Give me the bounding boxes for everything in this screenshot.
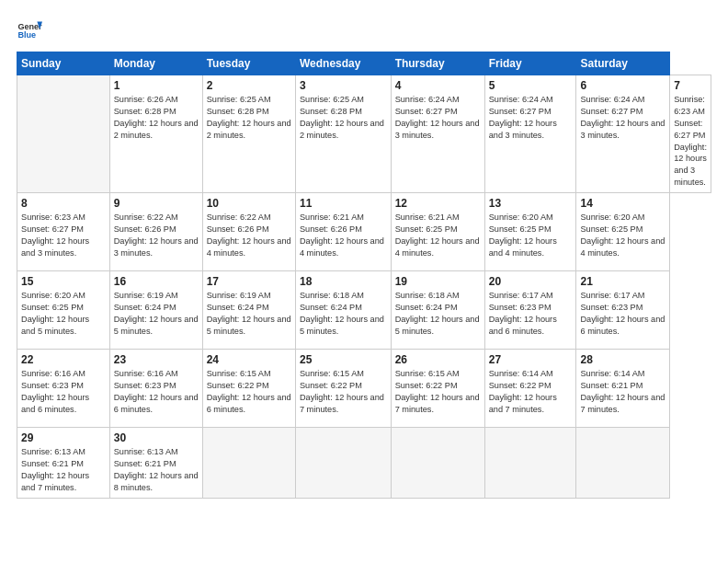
day-info: Sunrise: 6:19 AM Sunset: 6:24 PM Dayligh… [207, 290, 291, 338]
calendar-header-thursday: Thursday [391, 52, 484, 75]
calendar-cell: 25 Sunrise: 6:15 AM Sunset: 6:22 PM Dayl… [295, 350, 391, 428]
day-number: 17 [207, 275, 291, 288]
day-info: Sunrise: 6:18 AM Sunset: 6:24 PM Dayligh… [395, 290, 481, 338]
day-number: 23 [114, 353, 199, 366]
calendar-cell: 6 Sunrise: 6:24 AM Sunset: 6:27 PM Dayli… [576, 75, 670, 193]
calendar-table: SundayMondayTuesdayWednesdayThursdayFrid… [17, 52, 711, 499]
calendar-cell: 5 Sunrise: 6:24 AM Sunset: 6:27 PM Dayli… [484, 75, 576, 193]
day-number: 25 [300, 353, 387, 366]
day-number: 15 [21, 275, 106, 288]
calendar-week-row: 1 Sunrise: 6:26 AM Sunset: 6:28 PM Dayli… [17, 75, 711, 193]
calendar-cell: 26 Sunrise: 6:15 AM Sunset: 6:22 PM Dayl… [391, 350, 484, 428]
svg-text:Blue: Blue [17, 30, 36, 40]
day-info: Sunrise: 6:24 AM Sunset: 6:27 PM Dayligh… [395, 94, 481, 142]
day-info: Sunrise: 6:21 AM Sunset: 6:25 PM Dayligh… [395, 212, 481, 259]
day-number: 3 [300, 79, 387, 92]
calendar-header-monday: Monday [109, 52, 202, 75]
calendar-cell: 18 Sunrise: 6:18 AM Sunset: 6:24 PM Dayl… [295, 271, 391, 350]
day-number: 1 [114, 79, 199, 92]
day-info: Sunrise: 6:14 AM Sunset: 6:22 PM Dayligh… [489, 368, 573, 416]
day-info: Sunrise: 6:13 AM Sunset: 6:21 PM Dayligh… [21, 446, 106, 494]
day-number: 27 [489, 353, 573, 366]
day-info: Sunrise: 6:20 AM Sunset: 6:25 PM Dayligh… [489, 212, 573, 259]
day-info: Sunrise: 6:22 AM Sunset: 6:26 PM Dayligh… [207, 212, 291, 259]
day-number: 18 [300, 275, 387, 288]
calendar-cell: 21 Sunrise: 6:17 AM Sunset: 6:23 PM Dayl… [576, 271, 670, 350]
calendar-cell: 10 Sunrise: 6:22 AM Sunset: 6:26 PM Dayl… [202, 193, 295, 271]
logo-icon: General Blue [17, 17, 42, 42]
calendar-cell: 24 Sunrise: 6:15 AM Sunset: 6:22 PM Dayl… [202, 350, 295, 428]
calendar-cell [484, 428, 576, 499]
day-info: Sunrise: 6:14 AM Sunset: 6:21 PM Dayligh… [580, 368, 665, 416]
calendar-cell: 30 Sunrise: 6:13 AM Sunset: 6:21 PM Dayl… [109, 428, 202, 499]
calendar-cell: 1 Sunrise: 6:26 AM Sunset: 6:28 PM Dayli… [109, 75, 202, 193]
day-info: Sunrise: 6:19 AM Sunset: 6:24 PM Dayligh… [114, 290, 199, 338]
calendar-cell: 14 Sunrise: 6:20 AM Sunset: 6:25 PM Dayl… [576, 193, 670, 271]
day-number: 7 [674, 79, 707, 92]
calendar-cell: 19 Sunrise: 6:18 AM Sunset: 6:24 PM Dayl… [391, 271, 484, 350]
calendar-cell [295, 428, 391, 499]
day-number: 9 [114, 197, 199, 210]
day-number: 14 [580, 197, 665, 210]
calendar-week-row: 15 Sunrise: 6:20 AM Sunset: 6:25 PM Dayl… [17, 271, 711, 350]
day-number: 28 [580, 353, 665, 366]
day-info: Sunrise: 6:25 AM Sunset: 6:28 PM Dayligh… [207, 94, 291, 142]
day-number: 12 [395, 197, 481, 210]
calendar-header-friday: Friday [484, 52, 576, 75]
calendar-cell [391, 428, 484, 499]
day-info: Sunrise: 6:23 AM Sunset: 6:27 PM Dayligh… [674, 94, 707, 189]
day-info: Sunrise: 6:15 AM Sunset: 6:22 PM Dayligh… [300, 368, 387, 416]
calendar-cell: 16 Sunrise: 6:19 AM Sunset: 6:24 PM Dayl… [109, 271, 202, 350]
day-number: 5 [489, 79, 573, 92]
day-number: 4 [395, 79, 481, 92]
day-number: 22 [21, 353, 106, 366]
day-info: Sunrise: 6:15 AM Sunset: 6:22 PM Dayligh… [395, 368, 481, 416]
calendar-header-tuesday: Tuesday [202, 52, 295, 75]
day-number: 13 [489, 197, 573, 210]
calendar-cell: 28 Sunrise: 6:14 AM Sunset: 6:21 PM Dayl… [576, 350, 670, 428]
day-info: Sunrise: 6:26 AM Sunset: 6:28 PM Dayligh… [114, 94, 199, 142]
day-info: Sunrise: 6:15 AM Sunset: 6:22 PM Dayligh… [207, 368, 291, 416]
calendar-header-saturday: Saturday [576, 52, 670, 75]
day-info: Sunrise: 6:13 AM Sunset: 6:21 PM Dayligh… [114, 446, 199, 494]
calendar-cell: 15 Sunrise: 6:20 AM Sunset: 6:25 PM Dayl… [17, 271, 110, 350]
calendar-cell: 29 Sunrise: 6:13 AM Sunset: 6:21 PM Dayl… [17, 428, 110, 499]
calendar-cell: 4 Sunrise: 6:24 AM Sunset: 6:27 PM Dayli… [391, 75, 484, 193]
day-info: Sunrise: 6:23 AM Sunset: 6:27 PM Dayligh… [21, 212, 106, 259]
day-number: 2 [207, 79, 291, 92]
day-info: Sunrise: 6:24 AM Sunset: 6:27 PM Dayligh… [580, 94, 665, 142]
day-number: 29 [21, 431, 106, 444]
day-number: 30 [114, 431, 199, 444]
calendar-cell: 8 Sunrise: 6:23 AM Sunset: 6:27 PM Dayli… [17, 193, 110, 271]
day-info: Sunrise: 6:21 AM Sunset: 6:26 PM Dayligh… [300, 212, 387, 259]
day-number: 26 [395, 353, 481, 366]
calendar-cell: 9 Sunrise: 6:22 AM Sunset: 6:26 PM Dayli… [109, 193, 202, 271]
day-info: Sunrise: 6:20 AM Sunset: 6:25 PM Dayligh… [21, 290, 106, 338]
day-info: Sunrise: 6:16 AM Sunset: 6:23 PM Dayligh… [21, 368, 106, 416]
calendar-cell: 7 Sunrise: 6:23 AM Sunset: 6:27 PM Dayli… [670, 75, 711, 193]
day-info: Sunrise: 6:18 AM Sunset: 6:24 PM Dayligh… [300, 290, 387, 338]
day-number: 10 [207, 197, 291, 210]
page: General Blue SundayMondayTuesdayWednesda… [0, 0, 728, 563]
calendar-header-row: SundayMondayTuesdayWednesdayThursdayFrid… [17, 52, 711, 75]
day-number: 6 [580, 79, 665, 92]
day-info: Sunrise: 6:25 AM Sunset: 6:28 PM Dayligh… [300, 94, 387, 142]
calendar-cell: 17 Sunrise: 6:19 AM Sunset: 6:24 PM Dayl… [202, 271, 295, 350]
calendar-cell: 13 Sunrise: 6:20 AM Sunset: 6:25 PM Dayl… [484, 193, 576, 271]
day-number: 11 [300, 197, 387, 210]
calendar-week-row: 8 Sunrise: 6:23 AM Sunset: 6:27 PM Dayli… [17, 193, 711, 271]
calendar-cell: 12 Sunrise: 6:21 AM Sunset: 6:25 PM Dayl… [391, 193, 484, 271]
calendar-week-row: 29 Sunrise: 6:13 AM Sunset: 6:21 PM Dayl… [17, 428, 711, 499]
header: General Blue [17, 17, 711, 42]
calendar-cell: 20 Sunrise: 6:17 AM Sunset: 6:23 PM Dayl… [484, 271, 576, 350]
day-number: 21 [580, 275, 665, 288]
calendar-cell [17, 75, 110, 193]
calendar-cell [576, 428, 670, 499]
day-info: Sunrise: 6:20 AM Sunset: 6:25 PM Dayligh… [580, 212, 665, 259]
calendar-week-row: 22 Sunrise: 6:16 AM Sunset: 6:23 PM Dayl… [17, 350, 711, 428]
day-number: 24 [207, 353, 291, 366]
calendar-cell: 2 Sunrise: 6:25 AM Sunset: 6:28 PM Dayli… [202, 75, 295, 193]
calendar-cell: 3 Sunrise: 6:25 AM Sunset: 6:28 PM Dayli… [295, 75, 391, 193]
calendar-header-wednesday: Wednesday [295, 52, 391, 75]
calendar-cell: 11 Sunrise: 6:21 AM Sunset: 6:26 PM Dayl… [295, 193, 391, 271]
